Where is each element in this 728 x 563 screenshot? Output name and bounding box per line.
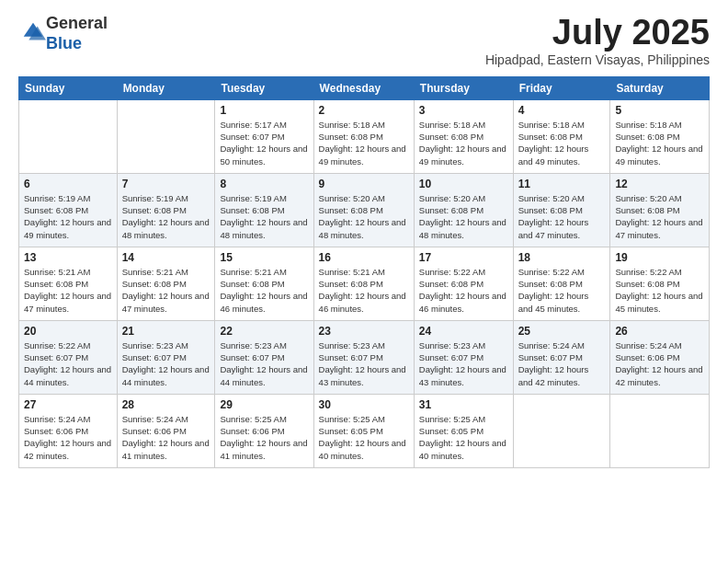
- day-header-friday: Friday: [513, 76, 610, 99]
- day-detail: Sunrise: 5:18 AMSunset: 6:08 PMDaylight:…: [319, 119, 409, 167]
- calendar-cell-day-20: 20Sunrise: 5:22 AMSunset: 6:07 PMDayligh…: [19, 320, 118, 394]
- day-detail: Sunrise: 5:25 AMSunset: 6:06 PMDaylight:…: [220, 413, 308, 462]
- day-detail: Sunrise: 5:22 AMSunset: 6:08 PMDaylight:…: [615, 266, 704, 315]
- calendar-cell-day-26: 26Sunrise: 5:24 AMSunset: 6:06 PMDayligh…: [610, 320, 710, 394]
- header: General Blue July 2025 Hipadpad, Eastern…: [18, 14, 710, 67]
- logo-icon: [20, 19, 46, 45]
- day-detail: Sunrise: 5:18 AMSunset: 6:08 PMDaylight:…: [419, 119, 508, 167]
- calendar-cell-day-13: 13Sunrise: 5:21 AMSunset: 6:08 PMDayligh…: [19, 247, 118, 320]
- calendar-cell-day-2: 2Sunrise: 5:18 AMSunset: 6:08 PMDaylight…: [313, 99, 414, 173]
- day-detail: Sunrise: 5:21 AMSunset: 6:08 PMDaylight:…: [122, 266, 210, 315]
- day-number: 7: [122, 178, 210, 190]
- calendar-cell-day-24: 24Sunrise: 5:23 AMSunset: 6:07 PMDayligh…: [414, 320, 513, 394]
- week-row-5: 27Sunrise: 5:24 AMSunset: 6:06 PMDayligh…: [19, 394, 710, 467]
- day-detail: Sunrise: 5:23 AMSunset: 6:07 PMDaylight:…: [419, 339, 508, 388]
- calendar-cell-day-7: 7Sunrise: 5:19 AMSunset: 6:08 PMDaylight…: [117, 173, 215, 247]
- days-header-row: SundayMondayTuesdayWednesdayThursdayFrid…: [19, 76, 710, 99]
- calendar-cell-day-16: 16Sunrise: 5:21 AMSunset: 6:08 PMDayligh…: [313, 247, 414, 320]
- calendar-cell-day-19: 19Sunrise: 5:22 AMSunset: 6:08 PMDayligh…: [610, 247, 710, 320]
- day-number: 18: [518, 251, 606, 264]
- day-number: 30: [319, 398, 409, 411]
- calendar-cell-day-4: 4Sunrise: 5:18 AMSunset: 6:08 PMDaylight…: [513, 99, 610, 173]
- day-detail: Sunrise: 5:25 AMSunset: 6:05 PMDaylight:…: [419, 413, 508, 462]
- calendar-cell-day-29: 29Sunrise: 5:25 AMSunset: 6:06 PMDayligh…: [215, 394, 313, 467]
- day-number: 27: [24, 398, 112, 411]
- calendar-cell: [19, 99, 118, 173]
- day-detail: Sunrise: 5:22 AMSunset: 6:08 PMDaylight:…: [419, 266, 508, 315]
- day-detail: Sunrise: 5:19 AMSunset: 6:08 PMDaylight:…: [220, 192, 308, 241]
- day-number: 26: [615, 325, 704, 338]
- calendar-cell-day-23: 23Sunrise: 5:23 AMSunset: 6:07 PMDayligh…: [313, 320, 414, 394]
- day-detail: Sunrise: 5:24 AMSunset: 6:06 PMDaylight:…: [615, 339, 704, 388]
- day-number: 20: [24, 325, 112, 338]
- day-detail: Sunrise: 5:19 AMSunset: 6:08 PMDaylight:…: [24, 192, 112, 241]
- day-number: 8: [220, 178, 308, 190]
- day-header-thursday: Thursday: [414, 76, 513, 99]
- day-detail: Sunrise: 5:24 AMSunset: 6:06 PMDaylight:…: [24, 413, 112, 462]
- week-row-4: 20Sunrise: 5:22 AMSunset: 6:07 PMDayligh…: [19, 320, 710, 394]
- calendar-cell-day-12: 12Sunrise: 5:20 AMSunset: 6:08 PMDayligh…: [610, 173, 710, 247]
- day-detail: Sunrise: 5:22 AMSunset: 6:08 PMDaylight:…: [518, 266, 606, 315]
- day-number: 5: [615, 104, 704, 117]
- calendar-cell-day-30: 30Sunrise: 5:25 AMSunset: 6:05 PMDayligh…: [313, 394, 414, 467]
- week-row-1: 1Sunrise: 5:17 AMSunset: 6:07 PMDaylight…: [19, 99, 710, 173]
- calendar-cell-day-21: 21Sunrise: 5:23 AMSunset: 6:07 PMDayligh…: [117, 320, 215, 394]
- day-number: 13: [24, 251, 112, 264]
- logo: General Blue: [18, 14, 108, 53]
- day-detail: Sunrise: 5:21 AMSunset: 6:08 PMDaylight:…: [220, 266, 308, 315]
- day-number: 24: [419, 325, 508, 338]
- day-number: 25: [518, 325, 606, 338]
- day-number: 11: [518, 178, 606, 190]
- day-number: 4: [518, 104, 606, 117]
- day-number: 2: [319, 104, 409, 117]
- day-detail: Sunrise: 5:18 AMSunset: 6:08 PMDaylight:…: [615, 119, 704, 167]
- day-number: 10: [419, 178, 508, 190]
- day-number: 22: [220, 325, 308, 338]
- calendar-cell-day-15: 15Sunrise: 5:21 AMSunset: 6:08 PMDayligh…: [215, 247, 313, 320]
- day-number: 23: [319, 325, 409, 338]
- month-title: July 2025: [485, 14, 710, 52]
- location-subtitle: Hipadpad, Eastern Visayas, Philippines: [485, 52, 710, 67]
- calendar-cell-day-8: 8Sunrise: 5:19 AMSunset: 6:08 PMDaylight…: [215, 173, 313, 247]
- calendar-cell: [610, 394, 710, 467]
- day-detail: Sunrise: 5:18 AMSunset: 6:08 PMDaylight:…: [518, 119, 606, 167]
- day-number: 21: [122, 325, 210, 338]
- day-detail: Sunrise: 5:24 AMSunset: 6:07 PMDaylight:…: [518, 339, 606, 388]
- week-row-2: 6Sunrise: 5:19 AMSunset: 6:08 PMDaylight…: [19, 173, 710, 247]
- calendar-cell-day-9: 9Sunrise: 5:20 AMSunset: 6:08 PMDaylight…: [313, 173, 414, 247]
- day-number: 29: [220, 398, 308, 411]
- day-number: 19: [615, 251, 704, 264]
- day-number: 17: [419, 251, 508, 264]
- day-detail: Sunrise: 5:20 AMSunset: 6:08 PMDaylight:…: [419, 192, 508, 241]
- day-number: 1: [220, 104, 308, 117]
- day-number: 16: [319, 251, 409, 264]
- day-header-wednesday: Wednesday: [313, 76, 414, 99]
- calendar-cell-day-1: 1Sunrise: 5:17 AMSunset: 6:07 PMDaylight…: [215, 99, 313, 173]
- calendar-cell-day-11: 11Sunrise: 5:20 AMSunset: 6:08 PMDayligh…: [513, 173, 610, 247]
- day-detail: Sunrise: 5:17 AMSunset: 6:07 PMDaylight:…: [220, 119, 308, 167]
- logo-general: General: [46, 14, 108, 32]
- day-detail: Sunrise: 5:21 AMSunset: 6:08 PMDaylight:…: [319, 266, 409, 315]
- day-number: 31: [419, 398, 508, 411]
- day-number: 3: [419, 104, 508, 117]
- day-number: 12: [615, 178, 704, 190]
- calendar-cell: [117, 99, 215, 173]
- calendar-cell-day-28: 28Sunrise: 5:24 AMSunset: 6:06 PMDayligh…: [117, 394, 215, 467]
- calendar-cell-day-6: 6Sunrise: 5:19 AMSunset: 6:08 PMDaylight…: [19, 173, 118, 247]
- day-header-monday: Monday: [117, 76, 215, 99]
- calendar-cell-day-10: 10Sunrise: 5:20 AMSunset: 6:08 PMDayligh…: [414, 173, 513, 247]
- title-block: July 2025 Hipadpad, Eastern Visayas, Phi…: [485, 14, 710, 67]
- day-detail: Sunrise: 5:23 AMSunset: 6:07 PMDaylight:…: [220, 339, 308, 388]
- day-detail: Sunrise: 5:24 AMSunset: 6:06 PMDaylight:…: [122, 413, 210, 462]
- day-header-saturday: Saturday: [610, 76, 710, 99]
- day-number: 6: [24, 178, 112, 190]
- day-number: 9: [319, 178, 409, 190]
- day-detail: Sunrise: 5:23 AMSunset: 6:07 PMDaylight:…: [319, 339, 409, 388]
- calendar-cell-day-5: 5Sunrise: 5:18 AMSunset: 6:08 PMDaylight…: [610, 99, 710, 173]
- calendar-cell-day-14: 14Sunrise: 5:21 AMSunset: 6:08 PMDayligh…: [117, 247, 215, 320]
- day-detail: Sunrise: 5:20 AMSunset: 6:08 PMDaylight:…: [518, 192, 606, 241]
- calendar-cell-day-25: 25Sunrise: 5:24 AMSunset: 6:07 PMDayligh…: [513, 320, 610, 394]
- day-detail: Sunrise: 5:21 AMSunset: 6:08 PMDaylight:…: [24, 266, 112, 315]
- day-header-sunday: Sunday: [19, 76, 118, 99]
- logo-text: General Blue: [46, 14, 108, 53]
